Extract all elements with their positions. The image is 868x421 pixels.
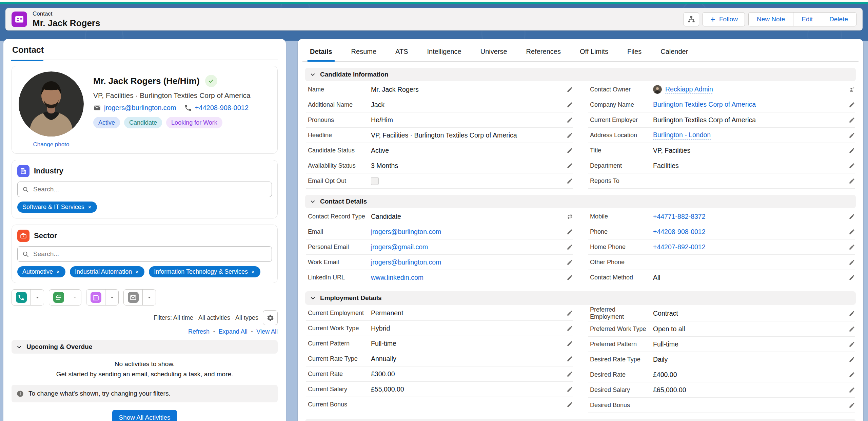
gear-icon[interactable]	[263, 310, 278, 325]
tab-resume[interactable]: Resume	[351, 45, 377, 61]
edit-field-button[interactable]	[561, 340, 573, 347]
edit-field-button[interactable]	[843, 244, 855, 250]
edit-field-button[interactable]	[843, 259, 855, 266]
edit-field-button[interactable]	[843, 117, 855, 123]
edit-field-button[interactable]	[561, 178, 573, 184]
sector-icon	[17, 230, 29, 242]
edit-field-button[interactable]	[843, 178, 855, 184]
edit-field-button[interactable]	[561, 371, 573, 377]
edit-button[interactable]: Edit	[793, 12, 821, 26]
section-header-candidate-information[interactable]: Candidate Information	[305, 68, 856, 81]
edit-field-button[interactable]	[561, 132, 573, 139]
edit-field-button[interactable]	[561, 310, 573, 316]
field-value-link[interactable]: +44208-908-0012	[653, 228, 706, 236]
contact-entity-icon	[12, 12, 27, 27]
caret-down-icon	[146, 295, 152, 300]
remove-tag-icon[interactable]	[135, 270, 139, 274]
view-all-link[interactable]: View All	[256, 328, 278, 335]
profile-phone-link[interactable]: +44208-908-0012	[195, 104, 249, 112]
industry-search-input[interactable]	[33, 185, 267, 193]
field-column: Contact Record TypeCandidateEmailjrogers…	[306, 209, 573, 285]
edit-field-button[interactable]	[561, 229, 573, 235]
delete-button[interactable]: Delete	[821, 12, 856, 26]
tab-references[interactable]: References	[526, 45, 561, 61]
edit-field-button[interactable]	[843, 326, 855, 332]
edit-field-button[interactable]	[843, 132, 855, 139]
change-photo-link[interactable]: Change photo	[33, 141, 70, 148]
field-value-link[interactable]: +44207-892-0012	[653, 243, 706, 251]
edit-field-button[interactable]	[843, 341, 855, 348]
sector-search-input[interactable]	[33, 250, 267, 258]
field-value-link[interactable]: www.linkedin.com	[371, 274, 423, 281]
edit-field-button[interactable]	[843, 356, 855, 363]
edit-field-button[interactable]	[843, 274, 855, 281]
field-value-link[interactable]: jrogers@burlington.com	[371, 258, 441, 266]
remove-tag-icon[interactable]	[56, 270, 60, 274]
owner-link[interactable]: Reckiapp Admin	[665, 85, 713, 94]
field-value-lookup-link[interactable]: Burlington Textiles Corp of America	[653, 101, 756, 109]
record-name: Mr. Jack Rogers	[33, 18, 100, 28]
change-owner-button[interactable]	[843, 86, 855, 93]
new-note-button[interactable]: New Note	[748, 12, 793, 26]
tab-universe[interactable]: Universe	[480, 45, 508, 61]
follow-button[interactable]: Follow	[703, 12, 745, 26]
edit-field-button[interactable]	[843, 387, 855, 393]
log-a-call-dropdown-button[interactable]	[31, 290, 44, 305]
tab-details[interactable]: Details	[309, 45, 333, 61]
edit-field-button[interactable]	[561, 386, 573, 393]
edit-field-button[interactable]	[561, 147, 573, 154]
new-task-button[interactable]	[49, 290, 68, 305]
email-dropdown-button[interactable]	[143, 290, 156, 305]
edit-field-button[interactable]	[561, 102, 573, 108]
edit-field-button[interactable]	[843, 213, 855, 220]
tab-calender[interactable]: Calender	[660, 45, 689, 61]
edit-field-button[interactable]	[843, 402, 855, 408]
field-value-link[interactable]: jrogers@burlington.com	[371, 228, 441, 236]
log-a-call-button[interactable]	[12, 290, 31, 305]
tab-files[interactable]: Files	[627, 45, 642, 61]
edit-field-button[interactable]	[843, 229, 855, 235]
field-value-text: Open to all	[653, 325, 685, 333]
email-button[interactable]	[124, 290, 143, 305]
remove-tag-icon[interactable]	[251, 270, 255, 274]
show-all-activities-button[interactable]: Show All Activities	[112, 410, 177, 421]
edit-field-button[interactable]	[843, 163, 855, 169]
tab-contact[interactable]: Contact	[12, 45, 44, 55]
edit-field-button[interactable]	[561, 117, 573, 123]
edit-field-button[interactable]	[843, 102, 855, 108]
new-event-button[interactable]	[86, 290, 105, 305]
edit-field-button[interactable]	[561, 244, 573, 250]
remove-tag-icon[interactable]	[87, 205, 92, 209]
edit-field-button[interactable]	[561, 163, 573, 169]
edit-field-button[interactable]	[561, 274, 573, 281]
tab-intelligence[interactable]: Intelligence	[427, 45, 462, 61]
tab-ats[interactable]: ATS	[395, 45, 409, 61]
hierarchy-button[interactable]	[684, 12, 699, 26]
section-header-coding[interactable]: Coding	[305, 419, 856, 421]
email-opt-out-checkbox[interactable]	[371, 177, 379, 185]
field-value-link[interactable]: jrogers@gmail.com	[371, 243, 428, 251]
profile-email-link[interactable]: jrogers@burlington.com	[104, 104, 176, 112]
field-value-lookup-link[interactable]: Burlington - London	[653, 131, 711, 140]
edit-field-button[interactable]	[843, 147, 855, 154]
edit-field-button[interactable]	[843, 372, 855, 378]
tab-off-limits[interactable]: Off Limits	[579, 45, 609, 61]
edit-field-button[interactable]	[843, 310, 855, 317]
change-record-type-button[interactable]	[561, 213, 573, 220]
field-value-link[interactable]: +44771-882-8372	[653, 213, 706, 220]
edit-field-button[interactable]	[561, 401, 573, 408]
upcoming-overdue-title: Upcoming & Overdue	[26, 343, 92, 351]
sector-tags: AutomotiveIndustrial AutomationInformati…	[17, 266, 272, 277]
upcoming-overdue-header[interactable]: Upcoming & Overdue	[12, 340, 278, 354]
section-header-contact-details[interactable]: Contact Details	[305, 195, 856, 208]
expand-all-link[interactable]: Expand All	[219, 328, 248, 335]
edit-field-button[interactable]	[561, 259, 573, 266]
refresh-link[interactable]: Refresh	[188, 328, 210, 335]
new-task-dropdown-button[interactable]	[68, 290, 81, 305]
section-header-employment-details[interactable]: Employment Details	[305, 291, 856, 305]
field-row-current-pattern: Current PatternFull-time	[306, 336, 573, 351]
edit-field-button[interactable]	[561, 356, 573, 362]
edit-field-button[interactable]	[561, 86, 573, 93]
edit-field-button[interactable]	[561, 325, 573, 332]
new-event-dropdown-button[interactable]	[105, 290, 118, 305]
